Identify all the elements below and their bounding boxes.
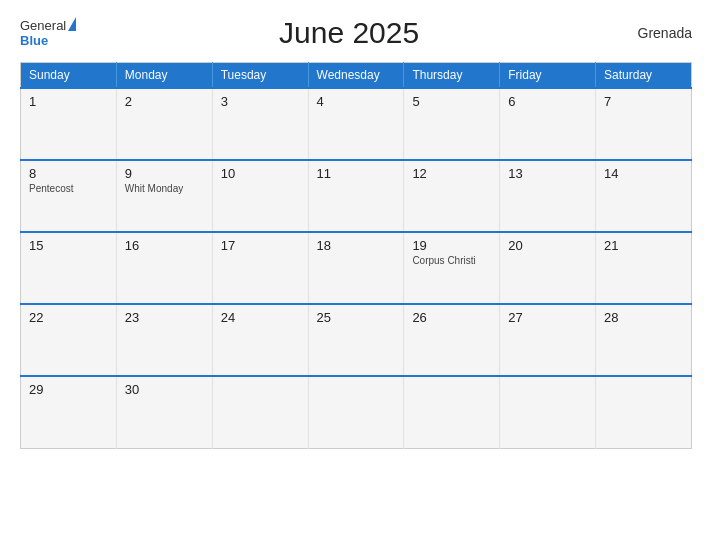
calendar-week-row: 1234567 <box>21 88 692 160</box>
logo: General Blue <box>20 18 76 48</box>
day-number: 10 <box>221 166 300 181</box>
day-number: 20 <box>508 238 587 253</box>
calendar-week-row: 2930 <box>21 376 692 448</box>
calendar-cell: 18 <box>308 232 404 304</box>
calendar-cell: 6 <box>500 88 596 160</box>
calendar-cell: 3 <box>212 88 308 160</box>
day-number: 22 <box>29 310 108 325</box>
day-number: 2 <box>125 94 204 109</box>
calendar-week-row: 1516171819Corpus Christi2021 <box>21 232 692 304</box>
calendar-cell <box>596 376 692 448</box>
calendar-body: 12345678Pentecost9Whit Monday10111213141… <box>21 88 692 448</box>
calendar-cell: 17 <box>212 232 308 304</box>
calendar-table: Sunday Monday Tuesday Wednesday Thursday… <box>20 62 692 449</box>
calendar-cell: 8Pentecost <box>21 160 117 232</box>
calendar-cell: 7 <box>596 88 692 160</box>
calendar-cell: 25 <box>308 304 404 376</box>
col-thursday: Thursday <box>404 63 500 89</box>
day-number: 1 <box>29 94 108 109</box>
calendar-cell: 4 <box>308 88 404 160</box>
day-number: 16 <box>125 238 204 253</box>
day-number: 18 <box>317 238 396 253</box>
calendar-cell: 27 <box>500 304 596 376</box>
calendar-cell: 9Whit Monday <box>116 160 212 232</box>
calendar-cell: 30 <box>116 376 212 448</box>
calendar-cell <box>308 376 404 448</box>
calendar-cell: 26 <box>404 304 500 376</box>
day-number: 14 <box>604 166 683 181</box>
day-number: 19 <box>412 238 491 253</box>
day-number: 13 <box>508 166 587 181</box>
day-number: 15 <box>29 238 108 253</box>
logo-blue-text: Blue <box>20 33 48 48</box>
day-number: 9 <box>125 166 204 181</box>
logo-general-text: General <box>20 18 66 33</box>
col-monday: Monday <box>116 63 212 89</box>
calendar-cell: 20 <box>500 232 596 304</box>
day-number: 21 <box>604 238 683 253</box>
calendar-cell: 2 <box>116 88 212 160</box>
col-friday: Friday <box>500 63 596 89</box>
calendar-cell <box>212 376 308 448</box>
calendar-week-row: 8Pentecost9Whit Monday1011121314 <box>21 160 692 232</box>
day-number: 8 <box>29 166 108 181</box>
day-number: 6 <box>508 94 587 109</box>
calendar-cell: 12 <box>404 160 500 232</box>
calendar-cell: 13 <box>500 160 596 232</box>
day-number: 7 <box>604 94 683 109</box>
day-number: 30 <box>125 382 204 397</box>
day-number: 24 <box>221 310 300 325</box>
calendar-cell: 24 <box>212 304 308 376</box>
calendar-cell: 10 <box>212 160 308 232</box>
calendar-cell: 15 <box>21 232 117 304</box>
day-number: 26 <box>412 310 491 325</box>
day-number: 29 <box>29 382 108 397</box>
calendar-cell: 29 <box>21 376 117 448</box>
day-number: 17 <box>221 238 300 253</box>
country-label: Grenada <box>622 25 692 41</box>
day-number: 3 <box>221 94 300 109</box>
day-number: 11 <box>317 166 396 181</box>
day-number: 4 <box>317 94 396 109</box>
calendar-page: General Blue June 2025 Grenada Sunday Mo… <box>0 0 712 550</box>
calendar-cell: 11 <box>308 160 404 232</box>
calendar-cell: 21 <box>596 232 692 304</box>
calendar-week-row: 22232425262728 <box>21 304 692 376</box>
calendar-cell: 5 <box>404 88 500 160</box>
month-title: June 2025 <box>76 16 622 50</box>
calendar-header: Sunday Monday Tuesday Wednesday Thursday… <box>21 63 692 89</box>
holiday-label: Whit Monday <box>125 183 204 194</box>
calendar-cell: 19Corpus Christi <box>404 232 500 304</box>
calendar-cell: 16 <box>116 232 212 304</box>
calendar-cell: 22 <box>21 304 117 376</box>
weekday-header-row: Sunday Monday Tuesday Wednesday Thursday… <box>21 63 692 89</box>
day-number: 28 <box>604 310 683 325</box>
day-number: 5 <box>412 94 491 109</box>
calendar-cell: 28 <box>596 304 692 376</box>
day-number: 23 <box>125 310 204 325</box>
day-number: 25 <box>317 310 396 325</box>
day-number: 27 <box>508 310 587 325</box>
col-sunday: Sunday <box>21 63 117 89</box>
day-number: 12 <box>412 166 491 181</box>
calendar-cell: 23 <box>116 304 212 376</box>
header: General Blue June 2025 Grenada <box>20 16 692 50</box>
col-saturday: Saturday <box>596 63 692 89</box>
calendar-cell: 14 <box>596 160 692 232</box>
holiday-label: Pentecost <box>29 183 108 194</box>
col-wednesday: Wednesday <box>308 63 404 89</box>
calendar-cell <box>500 376 596 448</box>
col-tuesday: Tuesday <box>212 63 308 89</box>
calendar-cell <box>404 376 500 448</box>
calendar-cell: 1 <box>21 88 117 160</box>
logo-triangle-icon <box>68 17 76 31</box>
holiday-label: Corpus Christi <box>412 255 491 266</box>
